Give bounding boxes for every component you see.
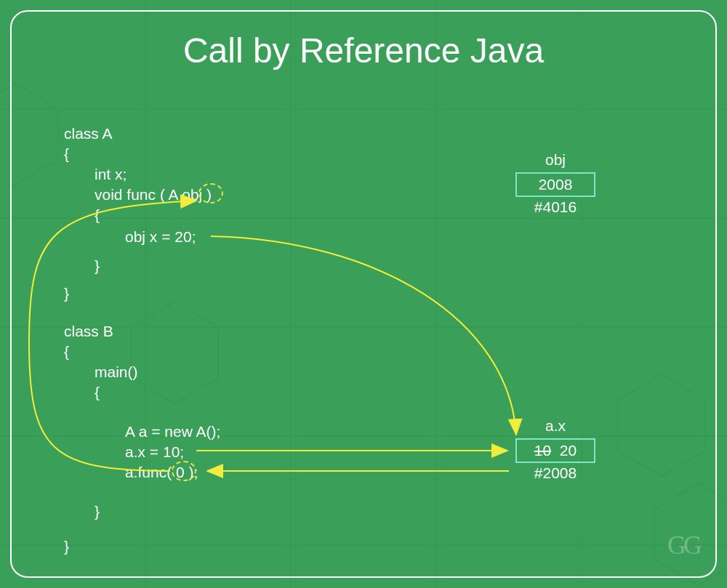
classB-decl: class B [64,321,113,342]
classA-open: { [64,144,69,164]
classA-close: } [64,283,69,304]
diagram-title: Call by Reference Java [0,31,727,71]
classA-func-open: { [95,205,100,225]
classB-main-close: } [95,502,100,522]
mem-ax-label: a.x [515,417,595,435]
mem-obj-addr: #4016 [515,198,595,216]
mem-ax-old: 10 [534,442,551,459]
classB-close: } [64,536,69,557]
classB-main-open: { [95,382,100,403]
mem-obj-label: obj [515,151,595,169]
classB-open: { [64,342,69,362]
classA-intx: int x; [95,164,126,185]
classA-func: void func ( A obj ) [95,185,212,205]
classB-line1: A a = new A(); [125,422,220,442]
mem-ax-box: 10 20 [515,438,595,463]
mem-ax-addr: #2008 [515,464,595,482]
highlight-arg-zero [172,461,196,481]
classB-line2: a.x = 10; [125,442,184,462]
outer-frame [10,10,717,578]
classA-body: obj x = 20; [125,227,196,247]
classA-func-close: } [95,256,100,276]
classB-main: main() [95,362,138,382]
highlight-obj-param [198,183,223,204]
watermark-logo: GG [667,530,699,560]
classA-decl: class A [64,124,113,144]
mem-ax-new: 20 [560,442,577,459]
mem-obj-box: 2008 [515,172,595,197]
